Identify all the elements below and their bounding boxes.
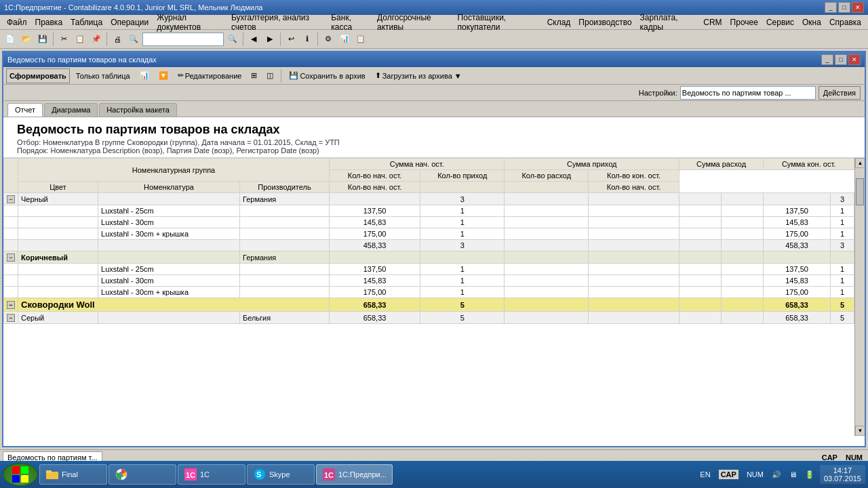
menu-production[interactable]: Производство [574, 16, 635, 28]
menu-warehouse[interactable]: Склад [543, 16, 575, 28]
qty-start-cell: 1 [420, 217, 505, 228]
maximize-button[interactable]: □ [838, 2, 850, 13]
report-header: Ведомость по партиям товаров на складах … [3, 117, 865, 158]
qty-income-cell [589, 298, 679, 312]
menu-salary[interactable]: Зарплата, кадры [636, 12, 700, 33]
start-button[interactable] [3, 463, 38, 486]
menu-accounting[interactable]: Бухгалтерия, анализ счетов [227, 12, 327, 33]
tray-volume[interactable]: 🔊 [769, 469, 784, 481]
collapse-icon[interactable]: − [7, 253, 15, 262]
tab-chart[interactable]: Диаграмма [44, 103, 98, 117]
settings-btn3[interactable]: 📋 [353, 32, 368, 47]
menu-edit[interactable]: Правка [31, 16, 67, 28]
preview-button[interactable]: 🔍 [126, 32, 141, 47]
tab-report[interactable]: Отчет [7, 103, 43, 117]
menu-operations[interactable]: Операции [106, 16, 153, 28]
doc-minimize-button[interactable]: _ [821, 54, 833, 65]
refresh-button[interactable]: ↩ [283, 32, 298, 47]
collapse-icon[interactable]: − [7, 195, 15, 203]
menu-suppliers[interactable]: Поставщики, покупатели [454, 12, 543, 33]
qty-expense-cell [722, 217, 764, 228]
grid-btn1[interactable]: ⊞ [248, 68, 260, 83]
doc-toolbar: Сформировать Только таблица 📊 🔽 ✏ Редакт… [3, 67, 865, 85]
tray-network[interactable]: 🖥 [787, 469, 800, 480]
save-button[interactable]: 💾 [35, 32, 50, 47]
taskbar-item-folder[interactable]: Final [39, 464, 107, 485]
tab-layout[interactable]: Настройка макета [99, 103, 177, 117]
taskbar-item-1c[interactable]: 1С 1С [178, 464, 245, 485]
expand-cell[interactable]: − [4, 298, 18, 312]
paste-button[interactable]: 📌 [89, 32, 104, 47]
menu-table[interactable]: Таблица [66, 16, 106, 28]
tray-battery[interactable]: 🔋 [802, 469, 817, 481]
qty-income-cell [589, 205, 679, 217]
chart-button[interactable]: 📊 [136, 68, 153, 83]
table-only-button[interactable]: Только таблица [73, 68, 134, 83]
taskbar-item-chrome[interactable] [108, 464, 176, 485]
menu-service[interactable]: Сервис [762, 16, 798, 28]
qty-end-cell: 1 [830, 228, 854, 240]
search-input[interactable] [142, 33, 224, 46]
settings-btn2[interactable]: 📊 [337, 32, 352, 47]
menu-windows[interactable]: Окна [798, 16, 825, 28]
qty-income-cell [589, 275, 679, 287]
expand-cell[interactable]: − [4, 312, 18, 324]
scroll-down-arrow[interactable]: ▼ [855, 426, 865, 436]
vertical-scrollbar[interactable]: ▲ ▼ [854, 158, 865, 436]
minimize-button[interactable]: _ [825, 2, 837, 13]
col-qty-start-header: Кол-во нач. ост. [330, 170, 420, 182]
taskbar-item-skype[interactable]: S Skype [247, 464, 315, 485]
taskbar-item-1cpred[interactable]: 1С 1С:Предпри... [316, 464, 393, 485]
actions-button[interactable]: Действия [818, 86, 861, 100]
new-button[interactable]: 📄 [3, 32, 18, 47]
grid-btn2[interactable]: ◫ [263, 68, 277, 83]
collapse-icon[interactable]: − [7, 301, 15, 309]
menu-bank[interactable]: Банк, касса [327, 12, 373, 33]
menu-file[interactable]: Файл [3, 16, 31, 28]
nomenclature-cell: Luxstahl - 30cm + крышка [98, 287, 240, 298]
scroll-up-arrow[interactable]: ▲ [855, 158, 865, 168]
save-archive-btn[interactable]: 💾 Сохранить в архив [285, 68, 368, 83]
form-button[interactable]: Сформировать [6, 68, 70, 83]
col-sum-start-header: Сумма нач. ост. [330, 159, 505, 170]
svg-rect-1 [21, 466, 28, 474]
filter-button[interactable]: 🔽 [155, 68, 172, 83]
copy-button[interactable]: 📋 [73, 32, 87, 47]
sum-end-cell: 175,00 [764, 287, 831, 298]
menu-assets[interactable]: Долгосрочные активы [373, 12, 454, 33]
print-button[interactable]: 🖨 [110, 32, 125, 47]
qty-end-cell: 1 [830, 275, 854, 287]
load-archive-btn[interactable]: ⬆ Загрузить из архива ▼ [372, 68, 465, 83]
edit-button[interactable]: ✏ Редактирование [174, 68, 245, 83]
collapse-icon[interactable]: − [7, 314, 15, 322]
settings-input[interactable] [680, 86, 816, 100]
col-nomenclature-header: Номенклатура [98, 182, 240, 193]
tray-language[interactable]: EN [697, 469, 713, 480]
expand-cell[interactable]: − [4, 193, 18, 205]
menu-other[interactable]: Прочее [726, 16, 762, 28]
scroll-thumb[interactable] [856, 178, 864, 205]
menu-crm[interactable]: CRM [699, 16, 726, 28]
cut-button[interactable]: ✂ [56, 32, 71, 47]
close-button[interactable]: ✕ [852, 2, 864, 13]
col-sum-income-sub [420, 182, 505, 193]
clock[interactable]: 14:17 03.07.2015 [820, 465, 865, 484]
qty-expense-cell [722, 312, 764, 324]
menu-help[interactable]: Справка [825, 16, 865, 28]
doc-maximize-button[interactable]: □ [835, 54, 847, 65]
doc-close-button[interactable]: ✕ [848, 54, 861, 65]
forward-button[interactable]: ▶ [262, 32, 277, 47]
search-button[interactable]: 🔍 [225, 32, 240, 47]
menu-documents[interactable]: Журнал документов [153, 12, 227, 33]
sum-expense-cell [679, 287, 722, 298]
back-button[interactable]: ◀ [246, 32, 261, 47]
info-button[interactable]: ℹ [300, 32, 315, 47]
settings-btn1[interactable]: ⚙ [321, 32, 336, 47]
table-row: Luxstahl - 30cm 145,83 1 145,83 1 [4, 275, 854, 287]
open-button[interactable]: 📂 [19, 32, 34, 47]
group-name-cell: Сковородки Woll [18, 298, 330, 312]
nomenclature-cell: Luxstahl - 30cm [98, 275, 240, 287]
col-sum-end-header: Сумма кон. ост. [764, 159, 854, 170]
expand-cell[interactable]: − [4, 251, 18, 264]
doc-title-bar: Ведомость по партиям товаров на складах … [3, 52, 865, 67]
